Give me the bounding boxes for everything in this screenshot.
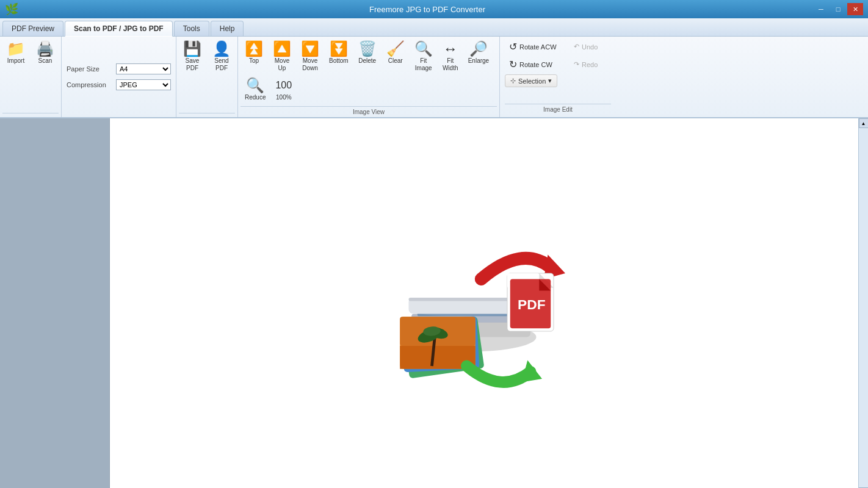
compression-label: Compression bbox=[67, 81, 112, 88]
fit-image-icon: 🔍 bbox=[414, 41, 433, 56]
tab-tools[interactable]: Tools bbox=[174, 21, 209, 36]
image-edit-section-label: Image Edit bbox=[505, 104, 611, 115]
clear-button[interactable]: 🧹 Clear bbox=[382, 39, 409, 74]
scroll-up-arrow[interactable]: ▲ bbox=[859, 118, 869, 128]
fit-width-button[interactable]: ↔️ FitWidth bbox=[438, 39, 463, 74]
rotate-cw-button[interactable]: ↻ Rotate CW bbox=[505, 57, 566, 72]
title-bar: 🌿 Freemore JPG to PDF Converter ─ □ ✕ bbox=[0, 0, 868, 18]
vertical-scrollbar[interactable]: ▲ ▼ bbox=[858, 118, 868, 488]
maximize-button[interactable]: □ bbox=[830, 3, 846, 15]
zoom-level-button[interactable]: 100 100% bbox=[271, 76, 296, 104]
import-icon: 📁 bbox=[7, 41, 25, 56]
rotate-acw-label: Rotate ACW bbox=[519, 43, 557, 51]
paper-size-label: Paper Size bbox=[67, 65, 112, 73]
rotate-acw-button[interactable]: ↺ Rotate ACW bbox=[505, 39, 566, 54]
send-pdf-icon: 👤 bbox=[212, 41, 231, 56]
undo-icon: ↶ bbox=[574, 43, 579, 51]
bottom-icon: ⏬ bbox=[330, 41, 348, 56]
scan-button[interactable]: 🖨️ Scan bbox=[32, 39, 59, 67]
fit-image-button[interactable]: 🔍 FitImage bbox=[410, 39, 437, 74]
enlarge-button[interactable]: 🔎 Enlarge bbox=[464, 39, 493, 74]
zoom-icon: 100 bbox=[275, 78, 292, 93]
delete-button[interactable]: 🗑️ Delete bbox=[354, 39, 381, 74]
toolbar: 📁 Import 🖨️ Scan Paper Size A4A3LetterLe… bbox=[0, 37, 868, 118]
svg-marker-23 bbox=[522, 360, 542, 382]
tab-help[interactable]: Help bbox=[211, 21, 244, 36]
svg-text:PDF: PDF bbox=[518, 296, 546, 312]
close-button[interactable]: ✕ bbox=[847, 3, 863, 15]
window-title: Freemore JPG to PDF Converter bbox=[42, 5, 813, 14]
redo-label: Redo bbox=[582, 61, 598, 68]
tab-bar: PDF Preview Scan to PDF / JPG to PDF Too… bbox=[0, 18, 868, 37]
center-illustration: PDF bbox=[368, 210, 600, 406]
scan-icon: 🖨️ bbox=[36, 41, 54, 56]
paper-size-select[interactable]: A4A3LetterLegal bbox=[116, 63, 171, 74]
bottom-button[interactable]: ⏬ Bottom bbox=[325, 39, 353, 74]
top-button[interactable]: ⏫ Top bbox=[241, 39, 267, 74]
thumbnail-panel bbox=[0, 118, 110, 488]
top-icon: ⏫ bbox=[245, 41, 263, 56]
content-area: PDF bbox=[110, 118, 858, 488]
undo-label: Undo bbox=[582, 43, 598, 51]
selection-button[interactable]: ⊹ Selection ▾ bbox=[505, 74, 557, 87]
send-pdf-button[interactable]: 👤 SendPDF bbox=[208, 39, 235, 74]
main-content: PDF bbox=[0, 118, 868, 488]
clear-icon: 🧹 bbox=[386, 41, 405, 56]
delete-icon: 🗑️ bbox=[358, 41, 377, 56]
move-down-icon: 🔽 bbox=[301, 41, 319, 56]
redo-icon: ↷ bbox=[574, 60, 579, 68]
undo-button[interactable]: ↶ Undo bbox=[568, 40, 611, 53]
move-up-button[interactable]: 🔼 MoveUp bbox=[269, 39, 295, 74]
fit-width-icon: ↔️ bbox=[443, 41, 458, 56]
move-up-icon: 🔼 bbox=[273, 41, 291, 56]
import-button[interactable]: 📁 Import bbox=[2, 39, 29, 67]
reduce-button[interactable]: 🔍 Reduce bbox=[241, 76, 270, 104]
selection-label: Selection bbox=[518, 77, 546, 85]
tab-pdf-preview[interactable]: PDF Preview bbox=[2, 21, 63, 36]
selection-icon: ⊹ bbox=[510, 77, 516, 85]
enlarge-icon: 🔎 bbox=[469, 41, 488, 56]
minimize-button[interactable]: ─ bbox=[813, 3, 829, 15]
reduce-icon: 🔍 bbox=[246, 78, 264, 93]
move-down-button[interactable]: 🔽 MoveDown bbox=[297, 39, 324, 74]
selection-dropdown-icon: ▾ bbox=[548, 77, 552, 85]
rotate-acw-icon: ↺ bbox=[509, 41, 517, 52]
rotate-cw-label: Rotate CW bbox=[519, 61, 552, 68]
compression-select[interactable]: JPEGPNGBMP bbox=[116, 79, 171, 90]
tab-scan-to-pdf[interactable]: Scan to PDF / JPG to PDF bbox=[65, 21, 173, 37]
save-pdf-icon: 💾 bbox=[183, 41, 201, 56]
image-view-section-label: Image View bbox=[241, 106, 497, 117]
rotate-cw-icon: ↻ bbox=[509, 59, 517, 70]
redo-button[interactable]: ↷ Redo bbox=[568, 58, 611, 71]
save-pdf-button[interactable]: 💾 SavePDF bbox=[179, 39, 206, 74]
